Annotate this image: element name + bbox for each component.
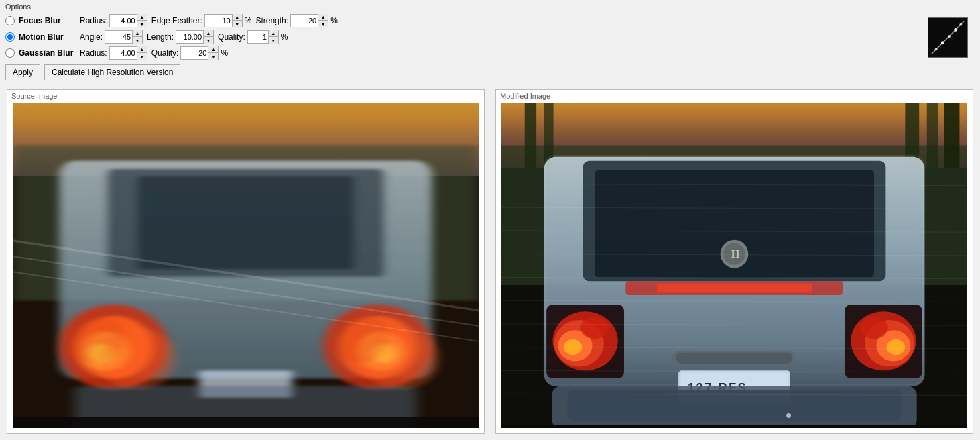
radius-spinner-gaussian[interactable]: ▲ ▼ (109, 46, 147, 60)
apply-button[interactable]: Apply (5, 64, 40, 80)
svg-rect-61 (676, 353, 793, 364)
modified-panel-title: Modified Image (496, 90, 554, 102)
options-title: Options (5, 3, 975, 11)
edge-feather-label: Edge Feather: (151, 16, 202, 25)
quality-btns-gaussian: ▲ ▼ (208, 46, 218, 60)
radius-spinner-btns-focus: ▲ ▼ (137, 14, 147, 28)
svg-rect-31 (13, 417, 479, 428)
svg-point-81 (786, 413, 791, 418)
focus-blur-row: Focus Blur Radius: ▲ ▼ Edge Feather: (5, 13, 975, 28)
quality-label-gaussian: Quality: (151, 48, 179, 58)
strength-input[interactable] (291, 15, 318, 27)
strength-label: Strength: (255, 16, 288, 25)
strength-down[interactable]: ▼ (318, 21, 328, 28)
action-buttons: Apply Calculate High Resolution Version (5, 64, 975, 80)
angle-param: Angle: ▲ ▼ (80, 30, 143, 44)
length-spinner[interactable]: ▲ ▼ (176, 30, 214, 44)
motion-blur-radio[interactable] (5, 32, 15, 42)
blur-options-list: Focus Blur Radius: ▲ ▼ Edge Feather: (5, 13, 975, 60)
radius-input-gaussian[interactable] (110, 47, 137, 59)
edge-feather-input[interactable] (205, 15, 232, 27)
angle-btns: ▲ ▼ (132, 30, 142, 44)
motion-blur-row: Motion Blur Angle: ▲ ▼ Length: (5, 30, 975, 44)
radius-param-gaussian: Radius: ▲ ▼ (80, 46, 147, 60)
quality-spinner-motion[interactable]: ▲ ▼ (247, 30, 279, 44)
radius-label-focus: Radius: (80, 16, 107, 25)
strength-percent: % (330, 16, 338, 25)
angle-down[interactable]: ▼ (133, 37, 142, 44)
options-panel: Options Focu (0, 0, 980, 85)
edge-feather-btns: ▲ ▼ (232, 14, 242, 28)
radius-down-gaussian[interactable]: ▼ (137, 53, 147, 60)
quality-input-gaussian[interactable] (181, 47, 208, 59)
strength-spinner[interactable]: ▲ ▼ (290, 14, 328, 28)
source-panel-title: Source Image (7, 90, 61, 102)
quality-label-motion: Quality: (218, 32, 245, 42)
radius-btns-gaussian: ▲ ▼ (137, 46, 147, 60)
edge-feather-param: Edge Feather: ▲ ▼ % (151, 14, 252, 28)
radius-up-focus[interactable]: ▲ (137, 14, 147, 21)
quality-percent-gaussian: % (221, 48, 228, 58)
angle-label: Angle: (80, 32, 103, 42)
radius-spinner-focus[interactable]: ▲ ▼ (109, 14, 147, 28)
gaussian-blur-radio[interactable] (5, 48, 15, 58)
quality-spinner-gaussian[interactable]: ▲ ▼ (180, 46, 219, 60)
strength-btns: ▲ ▼ (318, 14, 328, 28)
quality-down-gaussian[interactable]: ▼ (208, 53, 218, 60)
radius-down-focus[interactable]: ▼ (137, 21, 147, 28)
modified-car-svg: H (501, 103, 967, 428)
svg-text:H: H (731, 248, 740, 260)
svg-rect-59 (657, 284, 812, 293)
angle-up[interactable]: ▲ (133, 30, 142, 37)
svg-rect-38 (927, 103, 938, 168)
source-car-svg (13, 103, 479, 428)
svg-rect-13 (137, 176, 354, 270)
quality-percent-motion: % (281, 32, 288, 42)
svg-point-56 (887, 339, 906, 355)
quality-param-gaussian: Quality: ▲ ▼ % (151, 46, 228, 60)
quality-btns-motion: ▲ ▼ (268, 30, 278, 44)
radius-input-focus[interactable] (110, 15, 137, 27)
modified-image-container: H (501, 103, 967, 428)
quality-up-motion[interactable]: ▲ (269, 30, 278, 37)
quality-input-motion[interactable] (248, 31, 268, 43)
length-label: Length: (147, 32, 174, 42)
svg-point-51 (580, 317, 609, 338)
source-image-container (13, 103, 479, 428)
thumbnail-inner (928, 18, 967, 57)
length-input[interactable] (176, 31, 203, 43)
quality-param-motion: Quality: ▲ ▼ % (218, 30, 288, 44)
strength-up[interactable]: ▲ (318, 14, 328, 21)
edge-feather-up[interactable]: ▲ (233, 14, 242, 21)
calculate-button[interactable]: Calculate High Resolution Version (44, 64, 180, 80)
length-param: Length: ▲ ▼ (147, 30, 214, 44)
motion-blur-label: Motion Blur (19, 32, 76, 42)
options-header: Focus Blur Radius: ▲ ▼ Edge Feather: (5, 13, 975, 80)
radius-up-gaussian[interactable]: ▲ (137, 46, 147, 53)
thumbnail-svg (928, 17, 967, 58)
gaussian-blur-label: Gaussian Blur (19, 48, 76, 58)
modified-car-image: H (501, 103, 967, 428)
focus-blur-label: Focus Blur (19, 16, 76, 25)
length-up[interactable]: ▲ (204, 30, 213, 37)
angle-input[interactable] (105, 31, 132, 43)
motion-blur-preview (928, 17, 968, 58)
edge-feather-down[interactable]: ▼ (233, 21, 242, 28)
angle-spinner[interactable]: ▲ ▼ (105, 30, 143, 44)
strength-param: Strength: ▲ ▼ % (255, 14, 337, 28)
length-btns: ▲ ▼ (203, 30, 213, 44)
edge-feather-spinner[interactable]: ▲ ▼ (204, 14, 243, 28)
edge-feather-percent: % (245, 16, 252, 25)
quality-up-gaussian[interactable]: ▲ (208, 46, 218, 53)
content-wrapper: Source Image (0, 85, 980, 438)
gaussian-blur-row: Gaussian Blur Radius: ▲ ▼ Quality: (5, 46, 975, 60)
focus-blur-radio[interactable] (5, 16, 15, 25)
source-image-panel: Source Image (7, 89, 485, 434)
quality-down-motion[interactable]: ▼ (269, 37, 278, 44)
radius-label-gaussian: Radius: (80, 48, 107, 58)
svg-point-57 (860, 317, 888, 338)
svg-rect-35 (525, 103, 536, 168)
length-down[interactable]: ▼ (204, 37, 213, 44)
svg-rect-39 (944, 103, 959, 168)
svg-point-24 (63, 313, 125, 363)
